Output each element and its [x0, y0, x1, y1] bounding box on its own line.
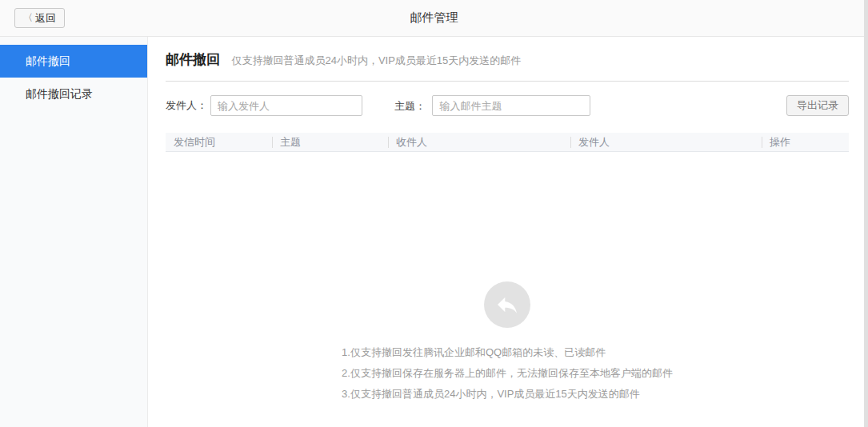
sender-label: 发件人：	[166, 98, 207, 113]
section-title: 邮件撤回	[166, 52, 220, 67]
subject-group: 主题：	[394, 95, 590, 116]
subject-input[interactable]	[432, 95, 590, 116]
main-content: 邮件撤回 仅支持撤回普通成员24小时内，VIP成员最近15天内发送的邮件 发件人…	[148, 37, 868, 427]
page-layout: 邮件撤回 邮件撤回记录 邮件撤回 仅支持撤回普通成员24小时内，VIP成员最近1…	[0, 37, 868, 427]
section-subtitle: 仅支持撤回普通成员24小时内，VIP成员最近15天内发送的邮件	[231, 54, 521, 66]
column-header-action: 操作	[762, 133, 849, 151]
recall-tip-1: 1.仅支持撤回发往腾讯企业邮和QQ邮箱的未读、已读邮件	[342, 342, 673, 363]
column-header-subject: 主题	[272, 133, 388, 151]
sender-input[interactable]	[210, 95, 362, 116]
page-title: 邮件管理	[0, 10, 868, 26]
recall-tips: 1.仅支持撤回发往腾讯企业邮和QQ邮箱的未读、已读邮件 2.仅支持撤回保存在服务…	[342, 342, 673, 405]
recall-tip-2: 2.仅支持撤回保存在服务器上的邮件，无法撤回保存至本地客户端的邮件	[342, 363, 673, 384]
sidebar-item-mail-recall[interactable]: 邮件撤回	[0, 45, 147, 78]
filter-row: 发件人： 主题： 导出记录	[166, 95, 849, 116]
column-header-send-time: 发信时间	[166, 133, 272, 151]
empty-state: 1.仅支持撤回发往腾讯企业邮和QQ邮箱的未读、已读邮件 2.仅支持撤回保存在服务…	[166, 281, 849, 405]
top-bar: 〈 返回 邮件管理	[0, 0, 868, 37]
export-records-button[interactable]: 导出记录	[786, 95, 849, 116]
vertical-scrollbar[interactable]	[864, 0, 868, 427]
recall-tip-3: 3.仅支持撤回普通成员24小时内，VIP成员最近15天内发送的邮件	[342, 384, 673, 405]
reply-arrow-glyph	[494, 292, 520, 317]
column-header-recipient: 收件人	[388, 133, 570, 151]
sidebar-item-mail-recall-records[interactable]: 邮件撤回记录	[0, 78, 147, 110]
recall-arrow-icon	[484, 281, 530, 328]
table-header-row: 发信时间 主题 收件人 发件人 操作	[166, 133, 849, 152]
sidebar: 邮件撤回 邮件撤回记录	[0, 37, 148, 427]
section-header: 邮件撤回 仅支持撤回普通成员24小时内，VIP成员最近15天内发送的邮件	[166, 37, 849, 82]
subject-label: 主题：	[394, 100, 426, 112]
column-header-sender: 发件人	[570, 133, 762, 151]
